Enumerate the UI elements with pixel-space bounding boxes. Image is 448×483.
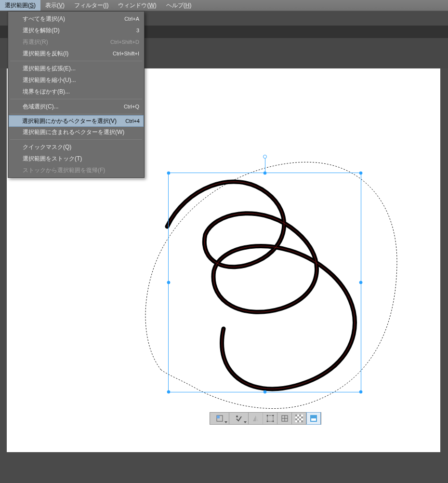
menu-item-label: クイックマスク(Q) <box>23 143 139 151</box>
menu-item-label: ストックから選択範囲を復帰(F) <box>23 166 139 174</box>
menu-separator <box>10 61 142 61</box>
menu-item-label: 選択範囲に含まれるベクターを選択(W) <box>23 128 139 136</box>
menu-item-shortcut: 3 <box>136 27 139 33</box>
svg-rect-16 <box>295 418 297 420</box>
menu-item-shortcut: Ctrl+Shift+I <box>113 51 139 56</box>
menu-bar: 選択範囲(S)表示(V)フィルター(I)ウィンドウ(W)ヘルプ(H) <box>0 0 448 11</box>
svg-rect-1 <box>217 416 220 418</box>
menu-item[interactable]: 境界をぼかす(B)... <box>9 86 143 97</box>
selection-menu-dropdown: すべてを選択(A)Ctrl+A選択を解除(D)3再選択(R)Ctrl+Shift… <box>8 11 145 178</box>
svg-rect-18 <box>297 420 299 422</box>
menu-s[interactable]: 選択範囲(S) <box>0 0 40 11</box>
menu-separator <box>10 139 142 140</box>
menu-item-shortcut: Ctrl+Q <box>124 104 139 109</box>
free-transform-button[interactable] <box>263 413 277 424</box>
menu-item[interactable]: 選択範囲にかかるベクターを選択(V)Ctrl+4 <box>9 115 144 127</box>
menu-item[interactable]: 選択範囲を反転(I)Ctrl+Shift+I <box>9 48 143 59</box>
menu-item-label: 選択範囲をストック(T) <box>23 155 139 163</box>
dropdown-caret-icon <box>224 421 227 423</box>
menu-item-label: 選択範囲にかかるベクターを選択(V) <box>22 117 119 125</box>
svg-point-4 <box>266 415 268 416</box>
menu-h[interactable]: ヘルプ(H) <box>161 0 197 11</box>
menu-w[interactable]: ウィンドウ(W) <box>113 0 161 11</box>
menu-v[interactable]: 表示(V) <box>40 0 69 11</box>
alpha-checker-button[interactable] <box>292 413 306 424</box>
menu-item[interactable]: すべてを選択(A)Ctrl+A <box>9 13 143 25</box>
floating-transform-toolbar <box>210 412 321 425</box>
transform-reset-button[interactable] <box>277 413 292 424</box>
menu-item-label: すべてを選択(A) <box>23 15 119 23</box>
rotate-tool-button[interactable] <box>229 413 249 424</box>
menu-separator <box>10 114 142 114</box>
dropdown-caret-icon <box>244 421 247 423</box>
menu-item-shortcut: Ctrl+A <box>124 16 139 22</box>
menu-item-shortcut: Ctrl+4 <box>125 118 140 124</box>
menu-separator <box>10 99 142 99</box>
svg-rect-19 <box>301 420 303 422</box>
apply-button[interactable] <box>306 412 321 425</box>
menu-item-label: 選択を解除(D) <box>23 27 131 35</box>
menu-item[interactable]: 色域選択(C)...Ctrl+Q <box>9 101 143 112</box>
menu-item: ストックから選択範囲を復帰(F) <box>9 164 143 176</box>
menu-item[interactable]: 選択範囲を拡張(E)... <box>9 63 143 74</box>
menu-item[interactable]: クイックマスク(Q) <box>9 141 143 153</box>
menu-item-label: 選択範囲を縮小(U)... <box>23 76 139 84</box>
svg-rect-13 <box>299 415 301 416</box>
menu-item-shortcut: Ctrl+Shift+D <box>110 39 139 45</box>
menu-item[interactable]: 選択範囲に含まれるベクターを選択(W) <box>9 126 143 138</box>
scale-options-button[interactable] <box>210 413 229 424</box>
svg-rect-12 <box>295 415 297 416</box>
menu-item[interactable]: 選択範囲をストック(T) <box>9 153 143 164</box>
svg-point-2 <box>236 416 238 417</box>
menu-item[interactable]: 選択を解除(D)3 <box>9 25 143 36</box>
svg-rect-14 <box>297 416 299 418</box>
menu-item-label: 選択範囲を拡張(E)... <box>23 65 139 73</box>
menu-item[interactable]: 選択範囲を縮小(U)... <box>9 74 143 86</box>
svg-rect-3 <box>267 416 273 421</box>
menu-i[interactable]: フィルター(I) <box>69 0 113 11</box>
svg-point-7 <box>272 421 274 422</box>
svg-rect-17 <box>299 418 301 420</box>
menu-item-label: 色域選択(C)... <box>23 103 118 111</box>
menu-item-label: 再選択(R) <box>23 38 105 46</box>
flip-tool-button <box>249 413 263 424</box>
menu-item-label: 境界をぼかす(B)... <box>23 88 139 96</box>
svg-rect-21 <box>311 418 316 421</box>
menu-item: 再選択(R)Ctrl+Shift+D <box>9 36 143 48</box>
svg-point-5 <box>272 415 274 416</box>
svg-point-6 <box>266 421 268 422</box>
menu-item-label: 選択範囲を反転(I) <box>23 50 107 58</box>
svg-rect-15 <box>301 416 303 418</box>
